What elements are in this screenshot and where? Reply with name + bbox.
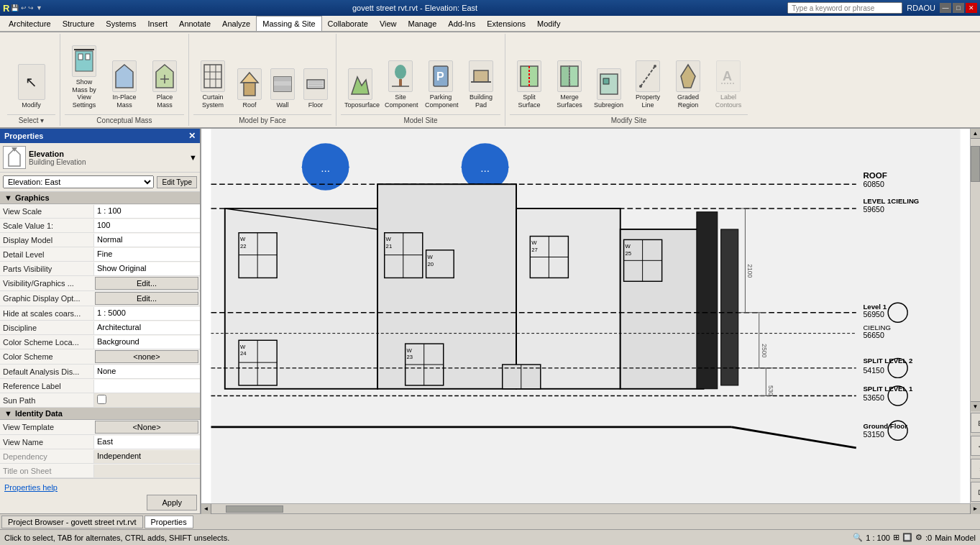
wall-button[interactable]: Wall (267, 66, 298, 111)
canvas-area[interactable]: ... ... ROOF 60850 LEVEL 1CIELI (201, 129, 970, 503)
svg-rect-88 (697, 212, 718, 389)
sun-path-checkbox[interactable] (97, 395, 106, 404)
menu-manage[interactable]: Manage (403, 16, 443, 31)
elevation-dropdown[interactable]: Elevation: East (3, 175, 154, 188)
graphics-section-header[interactable]: ▼ Graphics (0, 192, 200, 204)
scrollbar-top-arrow[interactable]: ▲ (971, 129, 980, 139)
curtain-system-button[interactable]: Curtain System (193, 58, 232, 111)
project-browser-tab[interactable]: Project Browser - govett street rvt.rvt (1, 516, 143, 528)
properties-panel: Properties ✕ Elevation Building Elevatio… (0, 129, 201, 513)
scrollbar-bottom-arrow[interactable]: ▼ (971, 401, 980, 411)
identity-section-header[interactable]: ▼ Identity Data (0, 408, 200, 420)
view-scale-value[interactable]: 1 : 100 (93, 205, 200, 218)
svg-text:Level 1: Level 1 (863, 303, 887, 311)
menu-structure[interactable]: Structure (57, 16, 101, 31)
inplace-mass-button[interactable]: In-Place Mass (105, 58, 144, 111)
properties-help-link[interactable]: Properties help (3, 482, 197, 493)
visibility-graphics-btn[interactable]: Edit... (95, 277, 198, 290)
inplace-mass-icon (112, 60, 137, 92)
merge-surfaces-button[interactable]: Merge Surfaces (550, 58, 589, 111)
svg-text:W: W (625, 243, 631, 249)
maximize-btn[interactable]: □ (953, 3, 964, 13)
menu-collaborate[interactable]: Collaborate (322, 16, 374, 31)
graphic-display-btn[interactable]: Edit... (95, 292, 198, 305)
modify-button[interactable]: ↖ Modify (14, 62, 49, 111)
menu-extensions[interactable]: Extensions (481, 16, 531, 31)
label-contours-button[interactable]: A Label Contours (709, 58, 748, 111)
properties-tab[interactable]: Properties (145, 516, 193, 528)
sun-path-value[interactable] (93, 393, 200, 407)
menu-annotate[interactable]: Annotate (173, 16, 216, 31)
scrollbar-right-arrow[interactable]: ► (970, 504, 980, 514)
show-mass-button[interactable]: Show Mass by View Settings (65, 43, 104, 111)
scrollbar-thumb-bottom[interactable] (226, 505, 283, 513)
view-template-value[interactable]: <None> (95, 421, 198, 434)
search-input[interactable] (787, 2, 902, 14)
menu-analyze[interactable]: Analyze (216, 16, 256, 31)
parking-component-button[interactable]: P Parking Component (421, 58, 460, 111)
discipline-value[interactable]: Architectural (93, 321, 200, 334)
view-control-btn-3[interactable]: ↕ (971, 459, 980, 479)
scale-value-value[interactable]: 100 (93, 219, 200, 232)
menu-addins[interactable]: Add-Ins (442, 16, 481, 31)
default-analysis-value[interactable]: None (93, 365, 200, 378)
place-mass-button[interactable]: Place Mass (145, 58, 184, 111)
menu-insert[interactable]: Insert (142, 16, 174, 31)
graphic-display-label: Graphic Display Opt... (0, 293, 93, 304)
split-surface-button[interactable]: Split Surface (510, 58, 549, 111)
property-line-button[interactable]: Property Line (628, 58, 667, 111)
svg-text:...: ... (480, 162, 490, 174)
graded-region-button[interactable]: Graded Region (669, 58, 707, 111)
menu-modify[interactable]: Modify (531, 16, 566, 31)
subregion-button[interactable]: Subregion (590, 66, 627, 111)
color-scheme-loc-label: Color Scheme Loca... (0, 336, 93, 348)
toposurface-button[interactable]: Toposurface (341, 66, 380, 111)
view-control-btn-2[interactable]: ↔ (971, 436, 980, 456)
default-analysis-label: Default Analysis Dis... (0, 366, 93, 377)
subregion-icon (597, 68, 621, 100)
roof-button[interactable]: Roof (234, 66, 265, 111)
conceptual-mass-label: Conceptual Mass (65, 114, 184, 126)
hide-scales-value[interactable]: 1 : 5000 (93, 307, 200, 320)
color-scheme-loc-value[interactable]: Background (93, 336, 200, 349)
canvas-scrollbar-right[interactable]: ▲ ▼ ⊞ ↔ ↕ ⊡ (970, 129, 980, 503)
menu-architecture[interactable]: Architecture (3, 16, 57, 31)
properties-close-btn[interactable]: ✕ (188, 131, 196, 141)
scrollbar-thumb-right[interactable] (971, 146, 980, 182)
svg-text:56950: 56950 (863, 310, 884, 319)
ribbon-group-model-face: Curtain System Roof Wall (189, 34, 336, 126)
menu-view[interactable]: View (374, 16, 403, 31)
scrollbar-left-arrow[interactable]: ◄ (201, 504, 211, 514)
canvas-scrollbar-bottom[interactable]: ◄ ► (201, 503, 980, 513)
reference-label-value[interactable] (93, 380, 200, 393)
detail-level-value[interactable]: Fine (93, 248, 200, 261)
type-dropdown-arrow[interactable]: ▼ (189, 153, 197, 162)
parts-visibility-value[interactable]: Show Original (93, 262, 200, 275)
menu-massing[interactable]: Massing & Site (256, 16, 321, 31)
detail-level-label: Detail Level (0, 249, 93, 260)
color-scheme-value[interactable]: <none> (95, 350, 198, 363)
wall-icon (270, 68, 295, 100)
building-pad-button[interactable]: Building Pad (462, 58, 500, 111)
svg-rect-1 (78, 54, 83, 60)
minimize-btn[interactable]: — (940, 3, 951, 13)
ribbon-group-modify-site: Split Surface Merge Surfaces Subregion (505, 34, 752, 126)
view-control-btn-1[interactable]: ⊞ (971, 413, 980, 433)
view-name-value[interactable]: East (93, 436, 200, 449)
color-scheme-label: Color Scheme (0, 351, 93, 362)
visibility-graphics-label: Visibility/Graphics ... (0, 278, 93, 289)
subregion-label: Subregion (594, 101, 623, 109)
apply-button[interactable]: Apply (147, 495, 197, 510)
view-control-btn-4[interactable]: ⊡ (971, 482, 980, 502)
svg-text:23: 23 (407, 354, 413, 360)
site-component-button[interactable]: Site Component (381, 58, 420, 111)
hide-scales-row: Hide at scales coars... 1 : 5000 (0, 306, 200, 321)
edit-type-button[interactable]: Edit Type (157, 176, 197, 188)
main-model-label: Main Model (935, 533, 976, 542)
close-btn[interactable]: ✕ (966, 3, 977, 13)
sun-path-row: Sun Path (0, 393, 200, 408)
display-model-value[interactable]: Normal (93, 234, 200, 247)
status-bar: Click to select, TAB for alternates, CTR… (0, 529, 980, 545)
floor-button[interactable]: Floor (300, 66, 331, 111)
menu-systems[interactable]: Systems (100, 16, 142, 31)
